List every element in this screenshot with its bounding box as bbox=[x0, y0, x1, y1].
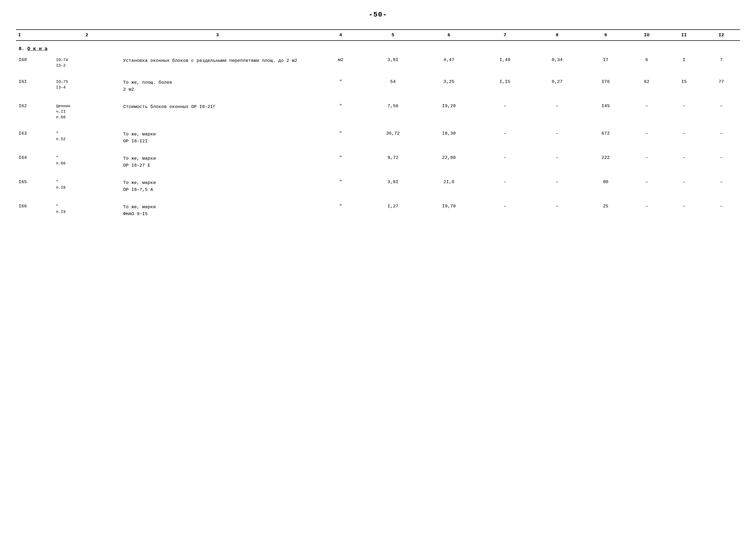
row-col8: – bbox=[531, 200, 583, 220]
row-col9: I45 bbox=[583, 100, 628, 123]
row-id: I63 bbox=[16, 128, 53, 148]
row-col4: " bbox=[315, 200, 367, 220]
row-col8: 0,27 bbox=[531, 76, 583, 96]
row-col12: – bbox=[703, 100, 740, 123]
row-col5: 9,72 bbox=[367, 152, 419, 172]
table-row: I62 Ценникч.IIп.60 Стоимость блоков окон… bbox=[16, 100, 740, 123]
row-description: То же, площ. более2 м2 bbox=[120, 76, 315, 96]
col-header-6: 6 bbox=[419, 30, 479, 40]
row-id: I65 bbox=[16, 176, 53, 196]
row-col6: I9,20 bbox=[419, 100, 479, 123]
row-col4: " bbox=[315, 176, 367, 196]
row-col9: I76 bbox=[583, 76, 628, 96]
row-col11: I5 bbox=[665, 76, 703, 96]
row-col6: I8,30 bbox=[419, 128, 479, 148]
spacer-row bbox=[16, 148, 740, 152]
row-ref: IO–75I3–4 bbox=[53, 76, 120, 96]
col-header-9: 9 bbox=[583, 30, 628, 40]
row-col10: – bbox=[628, 152, 665, 172]
row-col11: – bbox=[665, 176, 703, 196]
section-header-row: 8. О к н а bbox=[16, 40, 740, 54]
row-description: То же, маркиОР I8–27 Е bbox=[120, 152, 315, 172]
row-ref: "п.I9 bbox=[53, 200, 120, 220]
row-col9: 80 bbox=[583, 176, 628, 196]
row-col7: – bbox=[479, 200, 531, 220]
table-row: I64 "п.66 То же, маркиОР I8–27 Е " 9,72 … bbox=[16, 152, 740, 172]
row-col12: – bbox=[703, 152, 740, 172]
spacer-row bbox=[16, 123, 740, 128]
row-ref: "п.52 bbox=[53, 128, 120, 148]
spacer-row bbox=[16, 196, 740, 200]
row-ref: "п.I8 bbox=[53, 176, 120, 196]
row-col7: – bbox=[479, 128, 531, 148]
row-col4: " bbox=[315, 152, 367, 172]
row-col10: 6 bbox=[628, 54, 665, 72]
table-row: I60 IO–74I3–2 Установка оконных блоков с… bbox=[16, 54, 740, 72]
row-col5: 54 bbox=[367, 76, 419, 96]
row-col7: – bbox=[479, 100, 531, 123]
row-description: Стоимость блоков оконных ОР I8–2IГ bbox=[120, 100, 315, 123]
col-header-11: II bbox=[665, 30, 703, 40]
col-header-2: 2 bbox=[53, 30, 120, 40]
row-col9: 672 bbox=[583, 128, 628, 148]
row-col11: – bbox=[665, 100, 703, 123]
row-col10: 62 bbox=[628, 76, 665, 96]
row-ref: Ценникч.IIп.60 bbox=[53, 100, 120, 123]
row-col4: " bbox=[315, 100, 367, 123]
col-header-4: 4 bbox=[315, 30, 367, 40]
row-col8: – bbox=[531, 128, 583, 148]
spacer-row bbox=[16, 96, 740, 100]
row-col9: 222 bbox=[583, 152, 628, 172]
row-id: I64 bbox=[16, 152, 53, 172]
row-col5: 3,8I bbox=[367, 176, 419, 196]
row-id: I6I bbox=[16, 76, 53, 96]
page-title: -50- bbox=[16, 11, 740, 19]
col-header-12: I2 bbox=[703, 30, 740, 40]
row-col8: – bbox=[531, 176, 583, 196]
row-col6: 3,25 bbox=[419, 76, 479, 96]
row-col8: – bbox=[531, 100, 583, 123]
row-col10: – bbox=[628, 200, 665, 220]
row-col12: 7 bbox=[703, 54, 740, 72]
row-col6: 4,47 bbox=[419, 54, 479, 72]
row-ref: "п.66 bbox=[53, 152, 120, 172]
row-col8: – bbox=[531, 152, 583, 172]
row-description: То же, маркиОР I8–7,5 А bbox=[120, 176, 315, 196]
row-id: I60 bbox=[16, 54, 53, 72]
row-col12: – bbox=[703, 176, 740, 196]
row-col5: 36,72 bbox=[367, 128, 419, 148]
row-col11: – bbox=[665, 200, 703, 220]
row-col11: I bbox=[665, 54, 703, 72]
spacer-row bbox=[16, 172, 740, 176]
row-col9: 25 bbox=[583, 200, 628, 220]
table-row: I66 "п.I9 То же, маркиФНАО 9–I5 " I,27 I… bbox=[16, 200, 740, 220]
row-col4: " bbox=[315, 76, 367, 96]
row-col4: " bbox=[315, 128, 367, 148]
col-header-8: 8 bbox=[531, 30, 583, 40]
row-description: Установка оконных блоков с раздельными п… bbox=[120, 54, 315, 72]
row-ref: IO–74I3–2 bbox=[53, 54, 120, 72]
row-col7: I,49 bbox=[479, 54, 531, 72]
row-description: То же, маркиОР I8–I2I bbox=[120, 128, 315, 148]
row-col11: – bbox=[665, 128, 703, 148]
row-col5: 7,56 bbox=[367, 100, 419, 123]
row-id: I66 bbox=[16, 200, 53, 220]
row-col4: м2 bbox=[315, 54, 367, 72]
table-header-row: I 2 3 4 5 6 7 8 9 IO II I2 bbox=[16, 30, 740, 40]
row-col6: I9,70 bbox=[419, 200, 479, 220]
table-row: I65 "п.I8 То же, маркиОР I8–7,5 А " 3,8I… bbox=[16, 176, 740, 196]
row-col5: I,27 bbox=[367, 200, 419, 220]
row-col11: – bbox=[665, 152, 703, 172]
spacer-row bbox=[16, 72, 740, 76]
row-col9: I7 bbox=[583, 54, 628, 72]
col-header-3: 3 bbox=[120, 30, 315, 40]
section-title-text: 8. О к н а bbox=[19, 46, 47, 51]
table-row: I63 "п.52 То же, маркиОР I8–I2I " 36,72 … bbox=[16, 128, 740, 148]
row-col6: 22,80 bbox=[419, 152, 479, 172]
row-col10: – bbox=[628, 176, 665, 196]
row-description: То же, маркиФНАО 9–I5 bbox=[120, 200, 315, 220]
row-col5: 3,8I bbox=[367, 54, 419, 72]
col-header-7: 7 bbox=[479, 30, 531, 40]
row-col7: – bbox=[479, 152, 531, 172]
main-table: I 2 3 4 5 6 7 8 9 IO II I2 8. О к н а I6… bbox=[16, 29, 740, 220]
